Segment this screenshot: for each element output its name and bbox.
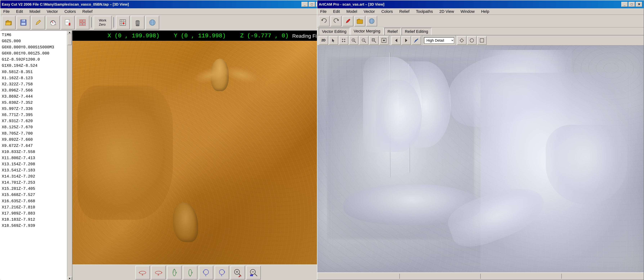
detail-select[interactable]: High Detail Medium Detail Low Detail — [424, 37, 454, 44]
rotate-z-left-button[interactable]: Z — [199, 266, 213, 279]
zoom-out-right-icon — [361, 38, 366, 43]
rotate-z-left-icon: Z — [202, 268, 210, 277]
code-content: T1M6 G0Z5.000 G0X0.000Y0.000S15000M3 G0X… — [2, 32, 67, 229]
menu-vector[interactable]: Vector — [45, 9, 59, 15]
zoom-fit-right-button[interactable] — [379, 36, 389, 45]
square-shape-button[interactable] — [477, 36, 486, 45]
right-maximize-button[interactable]: □ — [628, 2, 635, 7]
right-view-toolbar: 2D — [317, 35, 644, 46]
rotate-y-right-button[interactable]: Y — [183, 266, 198, 279]
rotate-y-right-icon: Y — [186, 268, 195, 277]
cursor-icon — [331, 38, 336, 43]
circle-shape-button[interactable] — [467, 36, 476, 45]
save-button[interactable] — [16, 16, 30, 29]
rotate-x-left-button[interactable]: X — [136, 266, 150, 279]
menu-colors[interactable]: Colors — [63, 9, 78, 15]
zoom-fit-button[interactable] — [246, 266, 261, 279]
menu-model[interactable]: Model — [28, 9, 42, 15]
menu-relief[interactable]: Relief — [81, 9, 94, 15]
svg-line-72 — [374, 41, 376, 42]
next-view-button[interactable] — [402, 36, 411, 45]
svg-point-19 — [80, 20, 82, 22]
artcam-pencil-icon — [345, 18, 351, 24]
menu-edit[interactable]: Edit — [14, 9, 24, 15]
svg-point-20 — [84, 20, 85, 22]
minimize-button[interactable]: _ — [302, 2, 308, 7]
menu-model-right[interactable]: Model — [345, 9, 358, 15]
menu-help[interactable]: Help — [480, 9, 490, 15]
milling-button[interactable] — [131, 16, 144, 29]
gauge-button[interactable]: 0 100 — [46, 16, 60, 29]
svg-rect-4 — [21, 23, 26, 25]
diamond-shape-button[interactable] — [457, 36, 466, 45]
nodes-button[interactable] — [339, 36, 348, 45]
artcam-globe-button[interactable] — [366, 16, 377, 26]
work-zero-button[interactable]: WorkZero — [94, 16, 112, 29]
maximize-button[interactable]: □ — [309, 2, 315, 7]
rotate-y-left-button[interactable]: Y — [167, 266, 182, 279]
document-button[interactable] — [61, 16, 74, 29]
menu-file[interactable]: File — [2, 9, 11, 15]
tab-relief[interactable]: Relief — [384, 28, 401, 35]
prev-view-icon — [394, 38, 399, 43]
model-image — [72, 41, 324, 264]
scrollbar-thumb[interactable] — [68, 34, 72, 45]
undo-button[interactable] — [319, 16, 330, 26]
rotate-x-right-icon: X — [154, 268, 163, 277]
menu-2dview[interactable]: 2D View — [438, 9, 456, 15]
artcam-pencil-button[interactable] — [342, 16, 353, 26]
right-title-bar: ArtCAM Pro - scan_vas.art – [3D View] _ … — [317, 0, 644, 8]
work-zero-label: WorkZero — [99, 18, 106, 27]
menu-vector-right[interactable]: Vector — [362, 9, 376, 15]
rotate-x-right-button[interactable]: X — [151, 266, 166, 279]
tab-vector-merging[interactable]: Vector Merging — [350, 27, 384, 35]
tab-vector-editing[interactable]: Vector Editing — [319, 28, 350, 35]
save-icon — [20, 19, 27, 26]
artcam-folder-button[interactable] — [354, 16, 365, 26]
target-icon — [79, 19, 86, 26]
code-panel[interactable]: T1M6 G0Z5.000 G0X0.000Y0.000S15000M3 G0X… — [0, 31, 72, 280]
svg-rect-70 — [372, 39, 374, 41]
scrollbar-down[interactable]: ▼ — [67, 277, 72, 280]
zoom-box-button[interactable] — [369, 36, 378, 45]
select-cursor-button[interactable] — [329, 36, 338, 45]
pen-tool-button[interactable] — [412, 36, 421, 45]
menu-relief-right[interactable]: Relief — [398, 9, 411, 15]
left-window: Easy Cut V2 2006 File C:\Many\Samples\sc… — [0, 0, 324, 280]
artcam-relief-image — [317, 46, 644, 272]
rotate-x-left-icon: X — [138, 268, 147, 277]
prev-view-button[interactable] — [392, 36, 401, 45]
grid-button[interactable] — [116, 16, 130, 29]
globe-button[interactable] — [146, 16, 159, 29]
pencil-button[interactable] — [31, 16, 45, 29]
menu-window[interactable]: Window — [459, 9, 476, 15]
right-close-button[interactable]: ✕ — [636, 2, 642, 7]
scrollbar-up[interactable]: ▲ — [67, 31, 72, 34]
menu-edit-right[interactable]: Edit — [332, 9, 341, 15]
2d-toggle-button[interactable]: 2D — [319, 36, 328, 45]
svg-rect-54 — [250, 274, 253, 276]
model-viewport — [72, 41, 324, 264]
menu-colors-right[interactable]: Colors — [380, 9, 394, 15]
svg-point-28 — [123, 23, 124, 24]
code-scrollbar[interactable]: ▲ ▼ — [67, 31, 72, 280]
right-minimize-button[interactable]: _ — [621, 2, 628, 7]
artcam-3d-viewport — [317, 46, 644, 272]
menu-toolpaths[interactable]: Toolpaths — [414, 9, 434, 15]
menu-file-right[interactable]: File — [319, 9, 328, 15]
zoom-in-right-button[interactable] — [349, 36, 358, 45]
right-window-controls: _ □ ✕ — [621, 2, 642, 7]
tab-relief-editing[interactable]: Relief Editing — [402, 28, 432, 35]
svg-rect-55 — [357, 20, 363, 24]
target-button[interactable] — [76, 16, 89, 29]
svg-point-30 — [136, 25, 140, 26]
zoom-in-button[interactable] — [230, 266, 245, 279]
svg-rect-23 — [120, 20, 126, 26]
zoom-out-right-button[interactable] — [359, 36, 368, 45]
redo-button[interactable] — [331, 16, 342, 26]
artcam-globe-icon — [368, 18, 375, 24]
svg-point-42 — [204, 269, 208, 274]
open-button[interactable] — [2, 16, 16, 29]
rotate-z-right-button[interactable]: Z — [215, 266, 229, 279]
right-window: ArtCAM Pro - scan_vas.art – [3D View] _ … — [317, 0, 644, 280]
